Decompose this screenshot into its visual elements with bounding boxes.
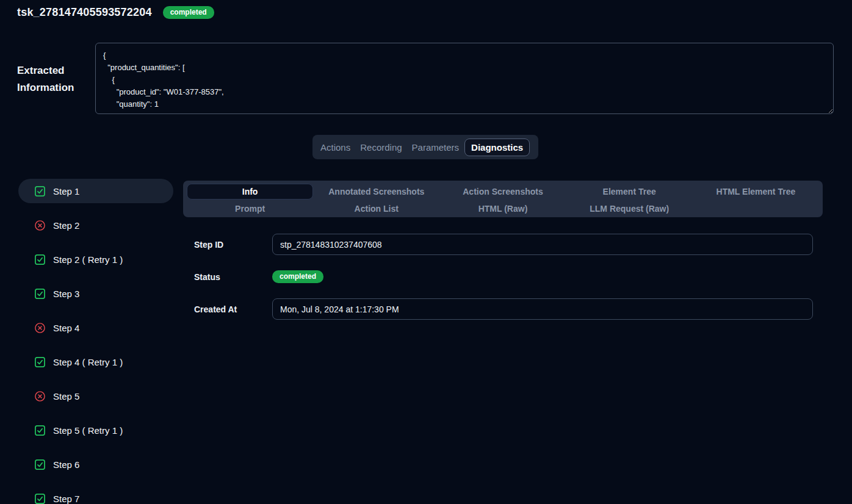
tab-diagnostics[interactable]: Diagnostics — [464, 139, 530, 156]
check-square-icon — [34, 425, 46, 436]
step-label: Step 5 ( Retry 1 ) — [53, 425, 123, 436]
step-label: Step 1 — [53, 186, 79, 196]
step-item-5-retry-1[interactable]: Step 5 ( Retry 1 ) — [18, 418, 173, 442]
step-label: Step 4 ( Retry 1 ) — [53, 357, 123, 367]
status-label: Status — [194, 272, 272, 282]
step-label: Step 7 — [53, 494, 79, 504]
subtab-html-raw[interactable]: HTML (Raw) — [439, 201, 566, 217]
check-square-icon — [34, 493, 46, 504]
step-item-7[interactable]: Step 7 — [18, 486, 173, 504]
check-square-icon — [34, 356, 46, 368]
step-label: Step 4 — [53, 323, 79, 333]
step-item-2-retry-1[interactable]: Step 2 ( Retry 1 ) — [18, 247, 173, 272]
task-diagnostics-page: tsk_278147405593572204 completed Extract… — [0, 0, 852, 504]
x-circle-icon — [34, 391, 46, 402]
step-item-4[interactable]: Step 4 — [18, 315, 173, 340]
subtab-prompt[interactable]: Prompt — [187, 201, 313, 217]
check-square-icon — [34, 254, 46, 265]
step-label: Step 3 — [53, 289, 79, 299]
step-item-5[interactable]: Step 5 — [18, 384, 173, 408]
check-square-icon — [34, 459, 46, 470]
step-item-6[interactable]: Step 6 — [18, 452, 173, 477]
tab-parameters[interactable]: Parameters — [408, 139, 464, 156]
check-square-icon — [34, 185, 46, 197]
subtab-html-element-tree[interactable]: HTML Element Tree — [693, 184, 819, 200]
step-status-badge: completed — [272, 270, 323, 283]
subtab-element-tree[interactable]: Element Tree — [566, 184, 693, 200]
steps-sidebar: Step 1 Step 2 Step 2 ( Retry 1 ) Step 3 … — [18, 179, 173, 504]
tab-actions[interactable]: Actions — [316, 139, 355, 156]
step-id-row: Step ID — [194, 234, 813, 255]
step-label: Step 2 ( Retry 1 ) — [53, 254, 123, 265]
x-circle-icon — [34, 220, 46, 231]
step-item-4-retry-1[interactable]: Step 4 ( Retry 1 ) — [18, 350, 173, 374]
step-item-3[interactable]: Step 3 — [18, 281, 173, 306]
x-circle-icon — [34, 322, 46, 334]
created-at-label: Created At — [194, 304, 272, 314]
task-id-title: tsk_278147405593572204 — [17, 6, 152, 19]
main-tab-bar: Actions Recording Parameters Diagnostics — [312, 135, 538, 159]
step-id-label: Step ID — [194, 240, 272, 250]
step-id-input[interactable] — [272, 234, 813, 255]
created-at-input[interactable] — [272, 298, 813, 320]
created-at-row: Created At — [194, 298, 813, 320]
check-square-icon — [34, 288, 46, 300]
status-row: Status completed — [194, 270, 323, 283]
subtab-action-list[interactable]: Action List — [313, 201, 439, 217]
subtab-action-screenshots[interactable]: Action Screenshots — [439, 184, 566, 200]
tab-recording[interactable]: Recording — [356, 139, 406, 156]
subtab-llm-request-raw[interactable]: LLM Request (Raw) — [566, 201, 693, 217]
extracted-information-label: Extracted Information — [17, 62, 90, 96]
subtab-annotated-screenshots[interactable]: Annotated Screenshots — [313, 184, 439, 200]
step-label: Step 2 — [53, 220, 79, 231]
step-label: Step 6 — [53, 459, 79, 470]
diagnostics-tab-bar: Info Annotated Screenshots Action Screen… — [183, 181, 823, 217]
step-item-1[interactable]: Step 1 — [18, 179, 173, 203]
header: tsk_278147405593572204 completed — [17, 6, 214, 19]
extracted-information-textarea[interactable]: { "product_quantities": [ { "product_id"… — [95, 43, 834, 114]
task-status-badge: completed — [163, 6, 214, 19]
step-item-2[interactable]: Step 2 — [18, 213, 173, 237]
step-label: Step 5 — [53, 391, 79, 401]
subtab-info[interactable]: Info — [187, 184, 313, 200]
